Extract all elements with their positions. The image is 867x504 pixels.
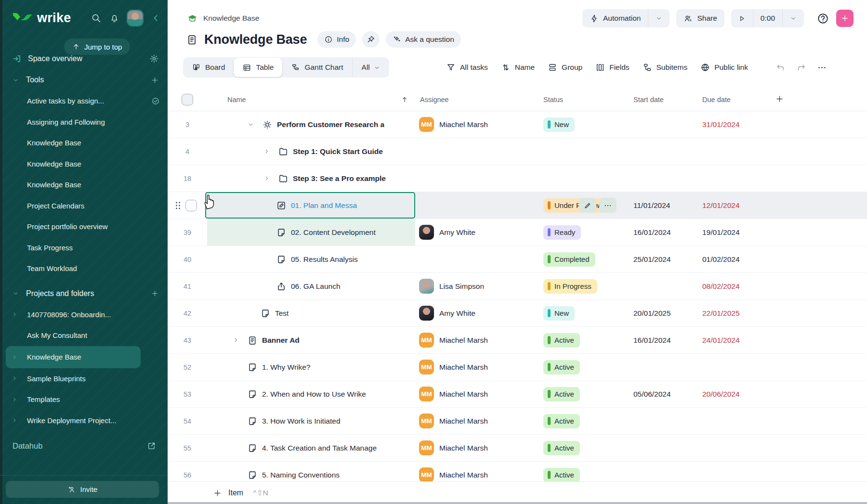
- status-badge[interactable]: New: [543, 306, 575, 321]
- task-name-cell[interactable]: 2. When and How to Use Wrike: [207, 381, 415, 407]
- task-name[interactable]: 5. Naming Conventions: [262, 471, 340, 479]
- sidebar-item-task-progress[interactable]: Task Progress: [0, 237, 168, 258]
- assignee-cell[interactable]: MMMiachel Marsh: [415, 381, 536, 407]
- sidebar-item-knowledge-base[interactable]: Knowledge Base: [0, 132, 168, 154]
- status-cell[interactable]: Ready: [536, 219, 626, 246]
- status-badge[interactable]: Active: [543, 441, 580, 455]
- drag-handle-icon[interactable]: [175, 200, 181, 211]
- assignee-cell[interactable]: Amy White: [415, 300, 536, 326]
- tab-board[interactable]: Board: [183, 57, 234, 78]
- task-name-cell[interactable]: Step 1: Quick Start Guide: [207, 138, 415, 165]
- status-badge[interactable]: Active: [543, 387, 580, 401]
- start-date-cell[interactable]: [626, 408, 696, 434]
- undo-icon[interactable]: [775, 63, 786, 73]
- filter-all-tasks[interactable]: All tasks: [446, 63, 488, 72]
- notifications-icon[interactable]: [109, 13, 119, 23]
- column-header-status[interactable]: Status: [543, 96, 563, 103]
- collapse-sidebar-icon[interactable]: [151, 13, 161, 23]
- due-date-cell[interactable]: [696, 435, 768, 461]
- status-cell[interactable]: Active: [536, 354, 626, 380]
- due-date-cell[interactable]: 19/01/2024: [696, 219, 768, 246]
- status-badge[interactable]: Active: [543, 414, 580, 428]
- table-row[interactable]: 3Perform Customer Research aMMMiachel Ma…: [168, 111, 867, 138]
- column-header-name[interactable]: Name: [227, 96, 246, 103]
- add-button[interactable]: [836, 10, 854, 27]
- row-checkbox[interactable]: [185, 200, 197, 211]
- sidebar-item-knowledge-base[interactable]: Knowledge Base: [0, 154, 168, 175]
- task-name[interactable]: 2. When and How to Use Wrike: [262, 390, 366, 399]
- start-date-cell[interactable]: 16/01/2024: [626, 327, 696, 353]
- status-badge[interactable]: Active: [543, 333, 580, 348]
- user-avatar[interactable]: [128, 11, 143, 26]
- automation-button[interactable]: Automation: [582, 9, 648, 27]
- task-name-cell[interactable]: 1. Why Wrike?: [207, 354, 415, 380]
- status-cell[interactable]: Active: [536, 381, 626, 407]
- tab-table[interactable]: Table: [234, 58, 282, 77]
- start-date-cell[interactable]: [626, 138, 696, 165]
- status-cell[interactable]: New: [536, 300, 626, 326]
- sidebar-section-projects[interactable]: Projects and folders: [0, 283, 168, 304]
- invite-button[interactable]: Invite: [6, 481, 159, 498]
- filter-name[interactable]: Name: [501, 63, 535, 72]
- timer-value[interactable]: 0:00: [753, 9, 782, 27]
- sidebar-item-active-tasks-by-assign[interactable]: Active tasks by assign...: [0, 90, 168, 112]
- task-name-cell[interactable]: Step 3: See a Pro example: [207, 165, 415, 192]
- task-name[interactable]: Step 1: Quick Start Guide: [293, 147, 383, 156]
- chevron-right-icon[interactable]: [12, 311, 17, 317]
- chevron-down-icon[interactable]: [13, 290, 19, 297]
- row-more-button[interactable]: [599, 198, 617, 213]
- sidebar-item-project-calendars[interactable]: Project Calendars: [0, 195, 168, 217]
- sidebar-item-templates[interactable]: Templates: [0, 389, 168, 410]
- sidebar-item-assigning-and-following[interactable]: Assigning and Following: [0, 112, 168, 133]
- sidebar-item-wrike-deployment-project[interactable]: Wrike Deployment Project...: [0, 410, 168, 431]
- task-name-cell[interactable]: 01. Plan and Messa: [207, 192, 415, 219]
- jump-to-top-button[interactable]: Jump to top: [64, 39, 130, 55]
- timer-dropdown[interactable]: [783, 9, 804, 27]
- task-name-cell[interactable]: 3. How Work is Initiated: [207, 408, 415, 434]
- chevron-right-icon[interactable]: [12, 397, 17, 402]
- status-cell[interactable]: Active: [536, 435, 626, 461]
- gear-icon[interactable]: [149, 54, 159, 64]
- sidebar-item-ask-my-consultant[interactable]: Ask My Consultant: [0, 325, 168, 346]
- assignee-cell[interactable]: MMMiachel Marsh: [415, 111, 536, 138]
- status-cell[interactable]: [536, 165, 626, 192]
- assignee-cell[interactable]: [415, 138, 536, 165]
- table-row[interactable]: 554. Task Creation and Task ManageMMMiac…: [168, 435, 867, 462]
- assignee-cell[interactable]: [415, 246, 536, 272]
- assignee-cell[interactable]: MMMiachel Marsh: [415, 327, 536, 353]
- start-date-cell[interactable]: 05/06/2024: [626, 381, 696, 407]
- assignee-cell[interactable]: MMMiachel Marsh: [415, 435, 536, 461]
- task-name-cell[interactable]: 4. Task Creation and Task Manage: [207, 435, 415, 461]
- select-all-checkbox[interactable]: [182, 94, 193, 105]
- status-cell[interactable]: Active: [536, 408, 626, 434]
- sort-ascending-icon[interactable]: [401, 96, 408, 103]
- assignee-cell[interactable]: [415, 165, 536, 192]
- start-date-cell[interactable]: [626, 354, 696, 380]
- filter-subitems[interactable]: Subitems: [643, 63, 688, 72]
- filter-public-link[interactable]: Public link: [700, 63, 748, 72]
- task-name[interactable]: Step 3: See a Pro example: [293, 174, 386, 183]
- task-name-cell[interactable]: 06. GA Launch: [207, 273, 415, 299]
- chevron-right-icon[interactable]: [12, 417, 17, 423]
- table-row[interactable]: 01. Plan and MessaUnder Review11/01/2024…: [168, 192, 867, 219]
- column-header-due-date[interactable]: Due date: [702, 96, 731, 103]
- filter-fields[interactable]: Fields: [595, 63, 629, 72]
- assignee-cell[interactable]: [415, 192, 536, 219]
- due-date-cell[interactable]: 08/02/2024: [696, 273, 768, 299]
- task-name-cell[interactable]: Perform Customer Research a: [207, 111, 415, 138]
- share-button[interactable]: Share: [676, 9, 724, 27]
- chevron-right-icon[interactable]: [12, 354, 17, 360]
- due-date-cell[interactable]: 12/01/2024: [696, 192, 768, 219]
- task-name[interactable]: 05. Results Analysis: [291, 255, 358, 264]
- table-row[interactable]: 521. Why Wrike?MMMiachel MarshActive: [168, 354, 867, 381]
- sidebar-item-sample-blueprints[interactable]: Sample Blueprints: [0, 368, 168, 389]
- chevron-right-icon[interactable]: [12, 375, 17, 381]
- help-icon[interactable]: [816, 12, 829, 25]
- column-header-assignee[interactable]: Assignee: [420, 96, 449, 103]
- table-row[interactable]: 43Banner AdMMMiachel MarshActive16/01/20…: [168, 327, 867, 354]
- start-date-cell[interactable]: [626, 111, 696, 138]
- task-name[interactable]: Test: [275, 309, 289, 318]
- start-date-cell[interactable]: 16/01/2024: [626, 219, 696, 246]
- status-badge[interactable]: Active: [543, 360, 580, 375]
- info-button[interactable]: Info: [317, 31, 356, 48]
